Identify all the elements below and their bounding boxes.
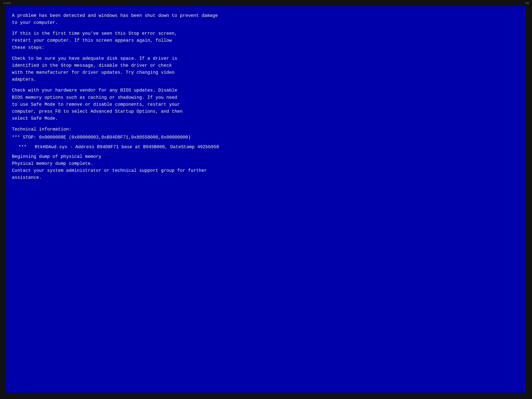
bsod-text-3: Check to be sure you have adequate disk … (12, 56, 177, 82)
driver-line-text: *** RtkHDAud.sys - Address B94D8F71 base… (19, 145, 219, 150)
bsod-text-4: Check with your hardware vendor for any … (12, 88, 183, 121)
monitor-frame: ASUS VW A problem has been detected and … (0, 0, 532, 399)
bsod-text-1: A problem has been detected and windows … (12, 13, 218, 25)
monitor-label-right: VW (525, 2, 529, 5)
dump-text: Beginning dump of physical memory Physic… (12, 154, 207, 180)
bsod-paragraph-3: Check to be sure you have adequate disk … (12, 55, 520, 83)
stop-code-section: *** STOP: 0x0000008E (0x80000003,0xB94D8… (12, 134, 520, 141)
technical-info-section: Technical information: (12, 126, 520, 133)
bsod-text-2: If this is the first time you've seen th… (12, 31, 177, 50)
dump-section: Beginning dump of physical memory Physic… (12, 153, 520, 181)
bsod-paragraph-2: If this is the first time you've seen th… (12, 30, 520, 51)
driver-info-section: *** RtkHDAud.sys - Address B94D8F71 base… (12, 144, 520, 151)
bsod-screen: A problem has been detected and windows … (6, 6, 526, 393)
bsod-paragraph-4: Check with your hardware vendor for any … (12, 87, 520, 122)
technical-info-label: Technical information: (12, 127, 71, 132)
bsod-paragraph-1: A problem has been detected and windows … (12, 12, 520, 26)
stop-code-text: *** STOP: 0x0000008E (0x80000003,0xB94D8… (12, 135, 191, 140)
monitor-label-left: ASUS (3, 2, 11, 5)
